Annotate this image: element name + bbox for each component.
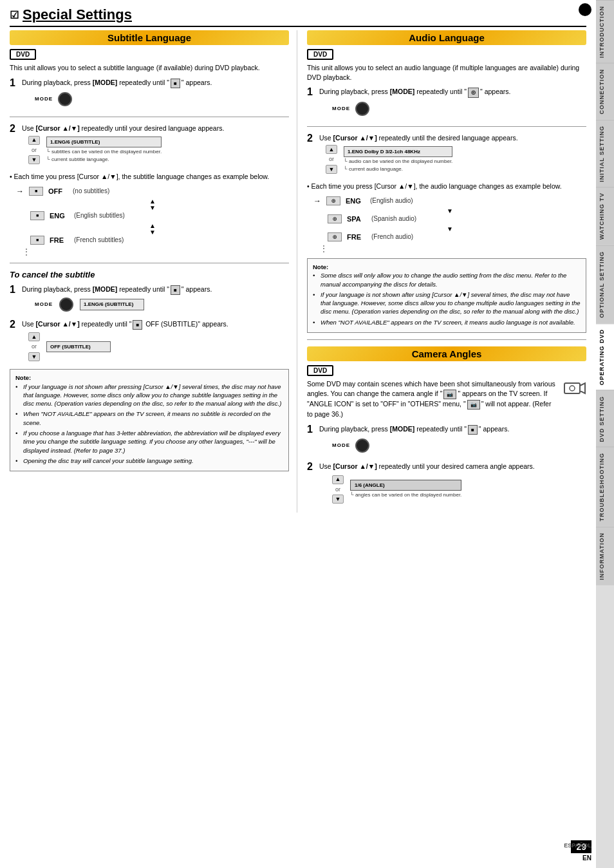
sidebar-tab-dvd-setting[interactable]: DVD SETTING [596, 390, 614, 448]
subtitle-description: This unit allows you to select a subtitl… [10, 63, 289, 73]
camera-or: or [335, 486, 340, 494]
audio-mode-illustration: MODE [332, 102, 586, 116]
sidebar-tab-information[interactable]: INFORMATION [596, 527, 614, 585]
audio-cursor-illus: ▲ or ▼ 1.ENG Dolby D 3/2-1ch 48KHz └ aud… [326, 145, 586, 174]
page-lang: EN [582, 854, 591, 862]
step2-cursor-illustration: ▲ or ▼ 1.ENG/6 (SUBTITLE) └ subtitles ca… [28, 136, 289, 165]
audio-step-2: 2 Use [Cursor ▲/▼] repeatedly until the … [307, 133, 586, 176]
page-header: ☑ Special Settings [10, 6, 586, 27]
cancel-heading: To cancel the subtitle [10, 270, 289, 279]
esp-label: ESPAÑOL [564, 842, 591, 849]
lang-arrows-vert-2: ▲ ▼ [16, 223, 289, 236]
audio-title: Audio Language [307, 30, 586, 45]
subtitle-column: Subtitle Language DVD This unit allows y… [10, 30, 297, 513]
audio-note-3: • When "NOT AVAILABLE" appears on the TV… [313, 318, 581, 326]
sub-note-bullet-1: • [15, 382, 21, 408]
camera-screen-text: 1/6 (ANGLE) [355, 482, 385, 488]
camera-title: Camera Angles [307, 346, 586, 361]
sidebar-tab-troubleshooting[interactable]: TROUBLESHOOTING [596, 447, 614, 527]
sidebar-tab-introduction[interactable]: INTRODUCTION [596, 0, 614, 63]
sidebar-tab-operating-dvd[interactable]: OPERATING DVD [596, 323, 614, 390]
lang-icon-off: ■ [29, 187, 43, 196]
step-2-content: Use [Cursor ▲/▼] repeatedly until your d… [22, 124, 289, 167]
lang-code-fre: FRE [50, 236, 69, 244]
camera-icon-inline2: 📷 [467, 400, 480, 410]
cancel-screen-display: 1.ENG/6 (SUBTITLE) [80, 299, 144, 310]
checkbox-icon: ☑ [10, 9, 19, 21]
lang-arrows-vert-1: ▲ ▼ [16, 198, 289, 211]
audio-arrow-down: ▼ [326, 165, 337, 174]
audio-note-bullet-2: • [313, 290, 318, 316]
lang-icon-eng: ■ [30, 211, 44, 220]
audio-arrow-down-2: ▼ [447, 226, 453, 232]
audio-screen-note2: └ current audio language. [344, 166, 452, 173]
subtitle-screen-display: 1.ENG/6 (SUBTITLE) [46, 137, 162, 147]
audio-step-2-num: 2 [307, 133, 316, 144]
audio-code-eng: ENG [346, 197, 365, 205]
lang-code-eng: ENG [50, 212, 69, 220]
audio-step-1-num: 1 [307, 87, 316, 97]
cancel-mode-label: MODE [35, 301, 53, 308]
cancel-step1-area: MODE 1.ENG/6 (SUBTITLE) [35, 297, 289, 312]
page-title: Special Settings [23, 6, 132, 23]
audio-lang-eng: → ◎ ENG (English audio) [313, 196, 586, 205]
cancel-cursor-illus: ▲ or ▼ OFF (SUBTITLE) [28, 332, 289, 361]
camera-dvd-badge: DVD [307, 365, 333, 376]
audio-mode-label: MODE [332, 105, 350, 112]
sidebar-right: INTRODUCTION CONNECTION INITIAL SETTING … [596, 0, 614, 868]
main-content: ☑ Special Settings Subtitle Language DVD… [0, 0, 596, 868]
sub-note-bullet-3: • [15, 429, 21, 455]
svg-point-2 [570, 386, 575, 391]
audio-lang-fre: ◎ FRE (French audio) [313, 232, 586, 241]
audio-desc-spa: (Spanish audio) [371, 215, 416, 222]
subtitle-each-time: • Each time you press [Cursor ▲/▼], the … [10, 172, 289, 182]
audio-description: This unit allows you to select an audio … [307, 63, 586, 82]
cancel-off-screen: OFF (SUBTITLE) [46, 341, 111, 352]
lang-item-off: → ■ OFF (no subtitles) [16, 187, 289, 196]
audio-lang-arrows-1: ▼ [313, 208, 586, 214]
audio-or: or [329, 155, 334, 164]
subtitle-title: Subtitle Language [10, 30, 289, 45]
audio-more-dots: ⋮ [320, 244, 586, 253]
cancel-off-text: OFF (SUBTITLE) [50, 344, 91, 350]
audio-code-spa: SPA [347, 215, 366, 223]
audio-each-time: • Each time you press [Cursor ▲/▼], the … [307, 182, 586, 191]
audio-screen-display: 1.ENG Dolby D 3/2-1ch 48KHz [344, 146, 452, 157]
two-col-layout: Subtitle Language DVD This unit allows y… [10, 30, 586, 513]
cancel-step-2-content: Use [Cursor ▲/▼] repeatedly until "■ OFF… [22, 319, 289, 364]
camera-arrow-up: ▲ [332, 475, 344, 484]
sidebar-tab-optional-setting[interactable]: OPTIONAL SETTING [596, 245, 614, 323]
cursor-arrows: ▲ or ▼ [28, 136, 40, 165]
camera-step1-icon: ■ [468, 425, 478, 435]
sub-note-4: • Opening the disc tray will cancel your… [15, 457, 283, 465]
divider-2 [10, 263, 289, 263]
camera-mode-label: MODE [332, 442, 350, 449]
camera-screen-area: 1/6 (ANGLE) └ angles can be varied on th… [350, 480, 461, 499]
lang-desc-eng: (English subtitles) [74, 212, 125, 219]
cancel-or: or [32, 343, 37, 351]
audio-mode-button [355, 102, 369, 116]
step1-screen-icon: ■ [171, 79, 180, 88]
audio-notes: Note: • Some discs will only allow you t… [307, 258, 586, 334]
camera-icon-area [563, 379, 586, 397]
sidebar-tab-initial-setting[interactable]: INITIAL SETTING [596, 120, 614, 187]
audio-note-1: • Some discs will only allow you to chan… [313, 271, 581, 288]
sidebar-tab-watching-tv[interactable]: WATCHING TV [596, 187, 614, 245]
camera-top-area: Some DVD may contain scenes which have b… [307, 379, 586, 424]
camera-screen-note: └ angles can be varied on the displayed … [350, 492, 461, 498]
camera-divider-top [307, 339, 586, 340]
sub-note-3: • If you choose a language that has 3-le… [15, 429, 283, 455]
step-1-content: During playback, press [MODE] repeatedly… [22, 78, 289, 110]
camera-mode-illustration: MODE [332, 439, 586, 453]
lang-icon-fre: ■ [30, 236, 44, 245]
camera-step-1-num: 1 [307, 424, 316, 435]
lang-more-dots: ⋮ [23, 247, 289, 256]
audio-lang-list: → ◎ ENG (English audio) ▼ ◎ SPA (Spanish… [313, 196, 586, 253]
step-1-num: 1 [10, 78, 19, 88]
lang-item-eng: ■ ENG (English subtitles) [16, 211, 289, 220]
subtitle-screen-note1: └ subtitles can be varied on the display… [46, 149, 162, 155]
camera-arrow-down: ▼ [332, 495, 344, 504]
or-text: or [32, 146, 37, 155]
sidebar-tab-connection[interactable]: CONNECTION [596, 63, 614, 120]
subtitle-screen-note2: └ current subtitle language. [46, 156, 162, 163]
